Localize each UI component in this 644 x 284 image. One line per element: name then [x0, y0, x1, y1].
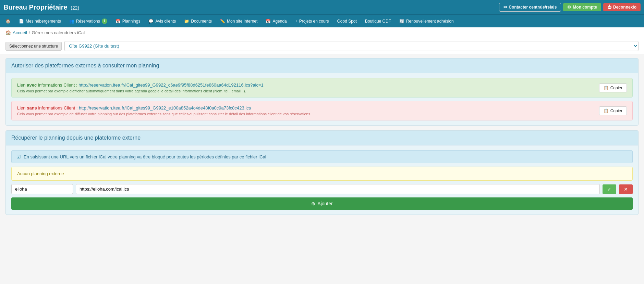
copy-icon2: 📋	[604, 108, 609, 113]
nav-home[interactable]: 🏠	[1, 16, 15, 26]
home-icon: 🏠	[5, 19, 11, 24]
power-icon: ⏻	[607, 5, 611, 10]
nav-boutique[interactable]: Boutique GDF	[361, 16, 395, 26]
comment-icon: 💬	[148, 19, 154, 24]
users-icon: 👥	[69, 19, 74, 24]
nav-bar: 🏠 📄 Mes hébergements 👥 Réservations 1 📅 …	[0, 14, 644, 27]
planning-name-input[interactable]	[11, 184, 73, 194]
link-without-client-url[interactable]: http://reservation.itea.fr/iCal_gites99_…	[79, 105, 251, 111]
page-content: Autoriser des plateformes externes à con…	[0, 54, 644, 219]
link-without-client-box: Lien sans informations Client : http://r…	[11, 101, 633, 120]
add-planning-row: ✓ ✕	[11, 184, 633, 194]
breadcrumb-separator: /	[29, 30, 30, 35]
breadcrumb: 🏠 Accueil / Gérer mes calendriers iCal	[0, 27, 644, 38]
edit-icon: ✏️	[220, 19, 225, 24]
plus-circle-icon: ⊕	[311, 201, 315, 206]
nav-avis[interactable]: 💬 Avis clients	[144, 16, 180, 26]
section2-header: Récupérer le planning depuis une platefo…	[6, 131, 638, 145]
breadcrumb-current: Gérer mes calendriers iCal	[32, 30, 85, 35]
nav-goodspot[interactable]: Good Spot	[333, 16, 361, 26]
section2-body: ☑ En saisissant une URL vers un fichier …	[6, 145, 638, 215]
breadcrumb-home[interactable]: Accueil	[13, 30, 27, 35]
link-with-client-text: Lien avec informations Client : http://r…	[17, 82, 264, 93]
refresh-icon: 🔄	[399, 19, 404, 24]
link-without-client-text: Lien sans informations Client : http://r…	[17, 105, 311, 116]
section1-body: Lien avec informations Client : http://r…	[6, 73, 638, 125]
nav-hebergements[interactable]: 📄 Mes hébergements	[15, 16, 65, 26]
copy-with-button[interactable]: 📋 Copier	[599, 83, 627, 92]
logout-button[interactable]: ⏻ Deconnexio	[603, 3, 641, 11]
account-button[interactable]: ⚙ Mon compte	[563, 3, 601, 11]
section-retrieve-planning: Récupérer le planning depuis une platefo…	[5, 130, 639, 215]
header-actions: ✉ Contacter centrale/relais ⚙ Mon compte…	[499, 3, 641, 12]
nav-agenda[interactable]: 📅 Agenda	[262, 16, 291, 26]
gear-icon: ⚙	[567, 5, 571, 10]
contact-button[interactable]: ✉ Contacter centrale/relais	[499, 3, 561, 12]
cancel-button[interactable]: ✕	[619, 184, 633, 194]
add-button[interactable]: ⊕ Ajouter	[11, 197, 633, 210]
folder-icon: 📁	[184, 19, 189, 24]
link-with-client-sub: Cela vous permet par exemple d'afficher …	[17, 89, 264, 93]
doc-icon: 📄	[19, 19, 24, 24]
no-planning-box: Aucun planning externe	[11, 167, 633, 181]
structure-label: Sélectionnez une structure	[5, 42, 62, 51]
calendar-icon: 📅	[116, 19, 121, 24]
structure-select[interactable]: Gîte G9922 (Gîte du test)	[64, 41, 639, 51]
header-title: Bureau Propriétaire (22)	[3, 3, 499, 11]
plus-icon: +	[295, 19, 297, 24]
link-with-client-box: Lien avec informations Client : http://r…	[11, 78, 633, 98]
structure-selector-bar: Sélectionnez une structure Gîte G9922 (G…	[0, 38, 644, 54]
link-with-client-url[interactable]: http://reservation.itea.fr/iCal_gites99_…	[78, 82, 264, 88]
nav-documents[interactable]: 📁 Documents	[180, 16, 216, 26]
nav-plannings[interactable]: 📅 Plannings	[111, 16, 145, 26]
nav-reservations[interactable]: 👥 Réservations 1	[65, 16, 111, 27]
ical-info-box: ☑ En saisissant une URL vers un fichier …	[11, 150, 633, 163]
envelope-icon: ✉	[503, 5, 507, 10]
copy-icon: 📋	[604, 86, 609, 90]
nav-projets[interactable]: + Projets en cours	[291, 16, 333, 26]
planning-url-input[interactable]	[76, 184, 600, 194]
nav-site[interactable]: ✏️ Mon site Internet	[216, 16, 262, 26]
copy-without-button[interactable]: 📋 Copier	[599, 106, 627, 115]
reservations-badge: 1	[102, 18, 107, 24]
section-external-platforms: Autoriser des plateformes externes à con…	[5, 58, 639, 126]
top-header: Bureau Propriétaire (22) ✉ Contacter cen…	[0, 0, 644, 14]
nav-renouvellement[interactable]: 🔄 Renouvellement adhésion	[395, 16, 458, 26]
confirm-button[interactable]: ✓	[603, 184, 616, 194]
section1-header: Autoriser des plateformes externes à con…	[6, 59, 638, 73]
home-breadcrumb-icon: 🏠	[5, 30, 11, 35]
agenda-icon: 📅	[266, 19, 271, 24]
link-without-client-sub: Cela vous permet par exemple de diffuser…	[17, 112, 311, 116]
checkbox-icon: ☑	[16, 154, 21, 159]
